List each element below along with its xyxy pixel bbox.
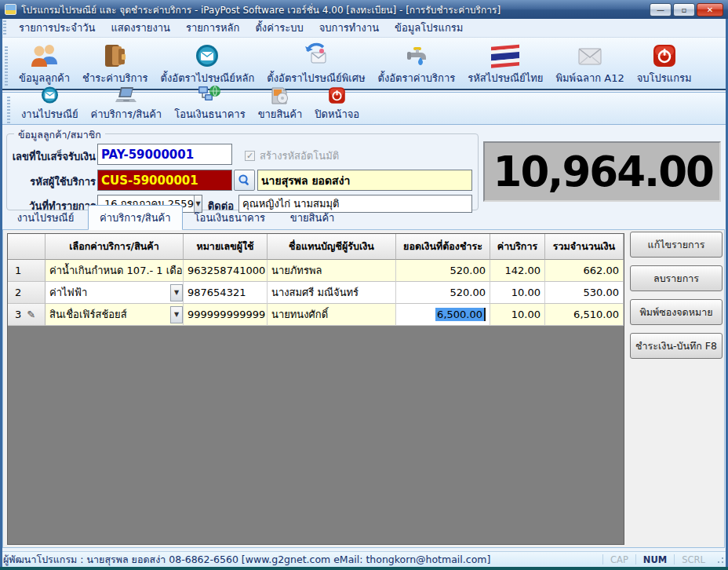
- menu-settings[interactable]: ตั้งค่าระบบ: [247, 17, 311, 38]
- menu-reports[interactable]: แสดงรายงาน: [103, 17, 178, 38]
- window-bottom-border: [0, 567, 728, 570]
- column-header-service: เลือกค่าบริการ/สินค้า: [46, 234, 184, 260]
- customer-search-button[interactable]: [234, 170, 255, 191]
- fee-cell[interactable]: 10.00: [490, 282, 545, 304]
- tab-content-panel: เลือกค่าบริการ/สินค้า หมายเลขผู้ใช้ ชื่อ…: [2, 229, 725, 548]
- row-header[interactable]: 2: [8, 282, 46, 304]
- fee-cell[interactable]: 10.00: [490, 304, 545, 326]
- row-number: 1: [15, 265, 21, 276]
- chevron-down-icon[interactable]: ▼: [170, 306, 183, 323]
- column-header-account-name: ชื่อแทนบัญชีผู้รับเงิน: [268, 234, 396, 260]
- toolbar-label: จบโปรแกรม: [637, 70, 692, 86]
- round-mail-icon: [39, 85, 60, 105]
- user-no-cell[interactable]: 987654321: [184, 282, 268, 304]
- tab-bank-transfer[interactable]: โอนเงินธนาคาร: [183, 206, 277, 230]
- service-value: สินเชื่อเฟิร์สช้อยส์: [49, 306, 127, 323]
- edit-item-button[interactable]: แก้ไขรายการ: [630, 232, 723, 258]
- menu-exit[interactable]: จบการทำงาน: [311, 17, 387, 38]
- close-button[interactable]: ✕: [697, 3, 723, 16]
- toolbar-label: งานไปรษณีย์: [21, 106, 78, 122]
- services-grid: เลือกค่าบริการ/สินค้า หมายเลขผู้ใช้ ชื่อ…: [7, 233, 624, 545]
- app-window: โปรแกรมไปรษณีย์ และ จุดชำระค่าบริการ - i…: [0, 0, 728, 570]
- toolbar-customers-button[interactable]: ข้อมูลลูกค้า: [13, 40, 76, 87]
- total-cell[interactable]: 530.00: [545, 282, 624, 304]
- menu-master[interactable]: รายการหลัก: [178, 17, 247, 38]
- toolbar-label: ตั้งอัตราค่าบริการ: [378, 70, 456, 86]
- toolbar-label: ปิดหน้าจอ: [315, 106, 359, 122]
- fee-cell[interactable]: 142.00: [490, 260, 545, 282]
- total-cell[interactable]: 6,510.00: [545, 304, 624, 326]
- window-title: โปรแกรมไปรษณีย์ และ จุดชำระค่าบริการ - i…: [21, 2, 500, 17]
- menu-daily[interactable]: รายการประจำวัน: [11, 17, 103, 38]
- bank-transfer-icon: [198, 85, 221, 105]
- customer-code-label: รหัสผู้ใช้บริการ: [2, 174, 96, 190]
- amount-cell-editing[interactable]: 6,500.00: [396, 304, 490, 326]
- pay-save-button[interactable]: ชำระเงิน-บันทึก F8: [630, 333, 723, 359]
- toolbar-print-label-button[interactable]: พิมพ์ฉลาก A12: [549, 40, 630, 87]
- subtoolbar-sell-goods-button[interactable]: ขายสินค้า: [252, 84, 309, 123]
- resize-grip[interactable]: [715, 555, 725, 565]
- round-mail-icon: [193, 41, 221, 69]
- faucet-icon: [402, 41, 431, 69]
- wallet-icon: [101, 41, 129, 69]
- tab-strip: งานไปรษณีย์ ค่าบริการ/สินค้า โอนเงินธนาค…: [3, 209, 348, 230]
- toolbar-thai-postcode-button[interactable]: รหัสไปรษณีย์ไทย: [461, 40, 549, 87]
- toolbar-label: ค่าบริการ/สินค้า: [91, 106, 162, 122]
- minimize-button[interactable]: —: [650, 3, 672, 16]
- row-header[interactable]: 1: [8, 260, 46, 282]
- total-cell[interactable]: 662.00: [545, 260, 624, 282]
- toolbar-postal-rate-main-button[interactable]: ตั้งอัตราไปรษณีย์หลัก: [155, 40, 261, 87]
- toolbar-exit-button[interactable]: จบโปรแกรม: [631, 40, 698, 87]
- service-cell[interactable]: สินเชื่อเฟิร์สช้อยส์ ▼: [46, 304, 184, 326]
- toolbar-grip: [5, 46, 8, 87]
- service-cell[interactable]: ค่าน้ำเกินกำหนด 107.- 1 เดือน ▼: [46, 260, 184, 282]
- tab-sell-goods[interactable]: ขายสินค้า: [277, 206, 348, 230]
- print-envelope-button[interactable]: พิมพ์ซองจดหมาย: [630, 299, 723, 325]
- column-header-fee: ค่าบริการ: [490, 234, 545, 260]
- power-icon: [651, 41, 678, 69]
- service-value: ค่าไฟฟ้า: [49, 284, 87, 301]
- table-row: 3 ✎ สินเชื่อเฟิร์สช้อยส์ ▼ 999999999999 …: [8, 304, 624, 326]
- receipt-number-field[interactable]: PAY-59000001: [97, 144, 232, 165]
- subtoolbar-bank-transfer-button[interactable]: โอนเงินธนาคาร: [168, 84, 251, 123]
- laptop-icon: [115, 85, 138, 105]
- subtoolbar-postal-work-button[interactable]: งานไปรษณีย์: [15, 84, 85, 123]
- selected-amount-value: 6,500.00: [435, 308, 486, 321]
- row-header[interactable]: 3 ✎: [8, 304, 46, 326]
- amount-cell[interactable]: 520.00: [396, 260, 490, 282]
- autocode-checkbox[interactable]: ✓: [245, 151, 255, 161]
- account-name-cell[interactable]: นางสมศรี มณีจันทร์: [268, 282, 396, 304]
- total-display-panel: 10,964.00: [483, 141, 721, 202]
- account-name-cell[interactable]: นายภัทรพล: [268, 260, 396, 282]
- toolbar-label: โอนเงินธนาคาร: [174, 106, 245, 122]
- row-number: 2: [15, 287, 21, 298]
- user-no-cell[interactable]: 999999999999: [184, 304, 268, 326]
- grid-header-row: เลือกค่าบริการ/สินค้า หมายเลขผู้ใช้ ชื่อ…: [8, 234, 624, 260]
- toolbar-postal-rate-special-button[interactable]: ตั้งอัตราไปรษณีย์พิเศษ: [260, 40, 371, 87]
- tab-postal-work[interactable]: งานไปรษณีย์: [3, 206, 88, 230]
- developer-info: ผู้พัฒนาโปรแกรม : นายสุรพล ยอดสง่า 08-68…: [3, 552, 490, 568]
- chevron-down-icon[interactable]: ▼: [170, 284, 183, 301]
- main-toolbar: ข้อมูลลูกค้า ชำระค่าบริการ: [0, 38, 728, 90]
- tab-services-goods[interactable]: ค่าบริการ/สินค้า: [88, 205, 183, 230]
- column-header-total: รวมจำนวนเงิน: [545, 234, 624, 260]
- account-name-cell[interactable]: นายทนงศักดิ์: [268, 304, 396, 326]
- customer-code-field[interactable]: CUS-59000001: [97, 170, 232, 191]
- toolbar-service-rate-button[interactable]: ตั้งอัตราค่าบริการ: [372, 40, 462, 87]
- table-row: 2 ค่าไฟฟ้า ▼ 987654321 นางสมศรี มณีจันทร…: [8, 282, 624, 304]
- restore-button[interactable]: ▫: [673, 3, 695, 16]
- toolbar-pay-service-button[interactable]: ชำระค่าบริการ: [76, 40, 154, 87]
- column-header-user-no: หมายเลขผู้ใช้: [184, 234, 268, 260]
- app-icon: [5, 4, 16, 15]
- delete-item-button[interactable]: ลบรายการ: [630, 265, 723, 291]
- customer-name-field[interactable]: นายสุรพล ยอดสง่า: [257, 170, 472, 191]
- user-no-cell[interactable]: 963258741000: [184, 260, 268, 282]
- subtoolbar-services-goods-button[interactable]: ค่าบริการ/สินค้า: [85, 84, 169, 123]
- menu-about[interactable]: ข้อมูลโปรแกรม: [387, 17, 471, 38]
- customers-icon: [30, 41, 60, 69]
- menu-grip: [3, 20, 6, 35]
- subtoolbar-close-screen-button[interactable]: ปิดหน้าจอ: [308, 84, 366, 123]
- service-cell[interactable]: ค่าไฟฟ้า ▼: [46, 282, 184, 304]
- amount-cell[interactable]: 520.00: [396, 282, 490, 304]
- caps-lock-indicator: CAP: [602, 554, 635, 565]
